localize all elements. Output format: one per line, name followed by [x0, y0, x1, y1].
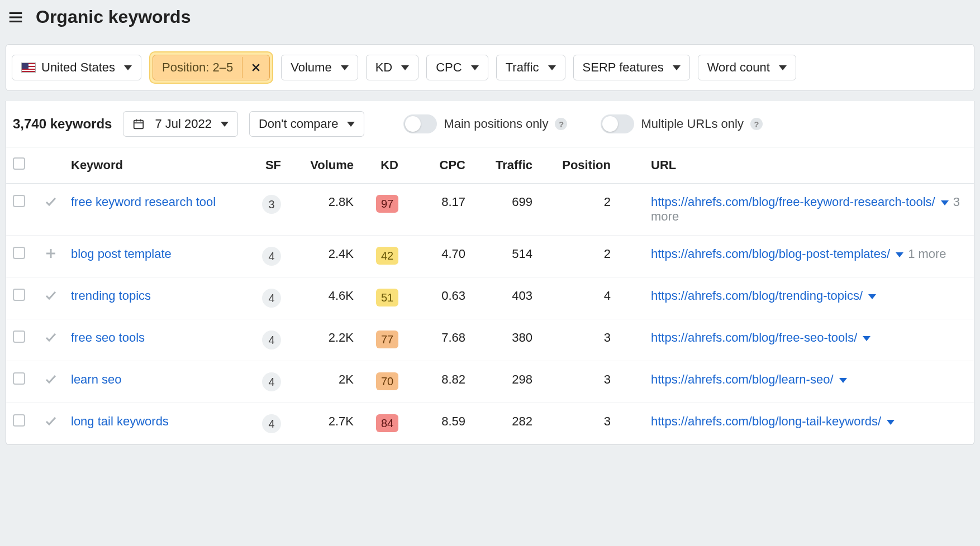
cpc-filter[interactable]: CPC: [426, 55, 488, 80]
keyword-link[interactable]: long tail keywords: [71, 414, 169, 428]
check-icon: [44, 289, 58, 302]
help-icon[interactable]: ?: [555, 118, 567, 130]
url-link[interactable]: https://ahrefs.com/blog/free-seo-tools/: [651, 331, 857, 344]
main-positions-label: Main positions only: [444, 117, 548, 131]
sf-badge[interactable]: 4: [262, 372, 281, 391]
url-link[interactable]: https://ahrefs.com/blog/long-tail-keywor…: [651, 414, 881, 428]
row-checkbox[interactable]: [13, 372, 25, 385]
chevron-down-icon[interactable]: [839, 378, 847, 383]
date-label: 7 Jul 2022: [155, 117, 212, 131]
col-url[interactable]: URL: [617, 147, 974, 184]
date-picker[interactable]: 7 Jul 2022: [123, 111, 238, 137]
table-row: blog post template42.4K424.705142https:/…: [6, 236, 974, 277]
chevron-down-icon: [401, 65, 409, 70]
row-checkbox[interactable]: [13, 331, 25, 343]
table-row: learn seo42K708.822983https://ahrefs.com…: [6, 361, 974, 403]
url-link[interactable]: https://ahrefs.com/blog/free-keyword-res…: [651, 195, 935, 209]
volume-label: Volume: [291, 60, 331, 75]
serp-features-label: SERP features: [583, 60, 664, 75]
col-position[interactable]: Position: [539, 147, 617, 184]
volume-cell: 2.4K: [288, 236, 360, 277]
more-count: 1 more: [908, 247, 946, 261]
cpc-cell: 8.82: [405, 361, 472, 403]
compare-dropdown[interactable]: Don't compare: [249, 111, 364, 137]
position-filter[interactable]: Position: 2–5: [153, 55, 270, 80]
keyword-link[interactable]: learn seo: [71, 372, 122, 386]
col-kd[interactable]: KD: [360, 147, 405, 184]
position-cell: 3: [539, 361, 617, 403]
chevron-down-icon[interactable]: [896, 252, 903, 257]
chevron-down-icon[interactable]: [868, 294, 876, 299]
word-count-filter[interactable]: Word count: [698, 55, 796, 80]
chevron-down-icon[interactable]: [887, 420, 895, 425]
main-positions-toggle[interactable]: Main positions only ?: [403, 114, 567, 133]
col-sf[interactable]: SF: [243, 147, 288, 184]
kd-badge: 42: [376, 247, 398, 265]
keyword-link[interactable]: blog post template: [71, 247, 172, 261]
select-all-checkbox[interactable]: [13, 157, 25, 170]
chevron-down-icon: [548, 65, 556, 70]
kd-badge: 70: [376, 372, 398, 390]
plus-icon: [44, 247, 58, 260]
keyword-link[interactable]: free seo tools: [71, 331, 145, 344]
serp-features-filter[interactable]: SERP features: [573, 55, 690, 80]
position-cell: 2: [539, 236, 617, 277]
keywords-table: Keyword SF Volume KD CPC Traffic Positio…: [6, 147, 974, 444]
kd-badge: 97: [376, 195, 398, 213]
url-link[interactable]: https://ahrefs.com/blog/trending-topics/: [651, 289, 863, 303]
url-link[interactable]: https://ahrefs.com/blog/blog-post-templa…: [651, 247, 890, 261]
check-icon: [44, 372, 58, 386]
sf-badge[interactable]: 4: [262, 247, 281, 266]
table-row: trending topics44.6K510.634034https://ah…: [6, 277, 974, 319]
volume-cell: 2K: [288, 361, 360, 403]
check-icon: [44, 195, 58, 208]
col-traffic[interactable]: Traffic: [472, 147, 539, 184]
chevron-down-icon[interactable]: [941, 200, 949, 205]
sf-badge[interactable]: 3: [262, 195, 281, 214]
row-checkbox[interactable]: [13, 414, 25, 427]
col-keyword[interactable]: Keyword: [64, 147, 243, 184]
position-filter-clear[interactable]: [242, 57, 269, 78]
traffic-label: Traffic: [506, 60, 539, 75]
chevron-down-icon: [471, 65, 479, 70]
menu-icon[interactable]: [6, 7, 26, 27]
cpc-label: CPC: [436, 60, 462, 75]
sf-badge[interactable]: 4: [262, 414, 281, 433]
col-cpc[interactable]: CPC: [405, 147, 472, 184]
sf-badge[interactable]: 4: [262, 289, 281, 308]
calendar-icon: [132, 118, 145, 130]
col-volume[interactable]: Volume: [288, 147, 360, 184]
kd-badge: 51: [376, 289, 398, 306]
cpc-cell: 8.17: [405, 184, 472, 236]
keyword-count: 3,740 keywords: [13, 116, 112, 132]
kd-label: KD: [375, 60, 393, 75]
multiple-urls-toggle[interactable]: Multiple URLs only ?: [601, 114, 762, 133]
position-cell: 3: [539, 403, 617, 445]
row-checkbox[interactable]: [13, 247, 25, 259]
check-icon: [44, 331, 58, 344]
volume-filter[interactable]: Volume: [281, 55, 358, 80]
kd-filter[interactable]: KD: [366, 55, 419, 80]
keyword-link[interactable]: free keyword research tool: [71, 195, 216, 209]
traffic-filter[interactable]: Traffic: [496, 55, 565, 80]
switch-icon: [403, 114, 437, 133]
help-icon[interactable]: ?: [750, 118, 763, 130]
country-filter[interactable]: United States: [12, 55, 141, 80]
table-row: long tail keywords42.7K848.592823https:/…: [6, 403, 974, 445]
url-link[interactable]: https://ahrefs.com/blog/learn-seo/: [651, 372, 834, 386]
chevron-down-icon: [347, 122, 355, 127]
chevron-down-icon: [221, 122, 229, 127]
chevron-down-icon[interactable]: [863, 336, 870, 341]
kd-badge: 84: [376, 414, 398, 432]
volume-cell: 2.2K: [288, 319, 360, 361]
row-checkbox[interactable]: [13, 195, 25, 207]
volume-cell: 4.6K: [288, 277, 360, 319]
keyword-link[interactable]: trending topics: [71, 289, 151, 303]
us-flag-icon: [21, 63, 36, 73]
row-checkbox[interactable]: [13, 289, 25, 301]
traffic-cell: 380: [472, 319, 539, 361]
cpc-cell: 7.68: [405, 319, 472, 361]
position-filter-highlight: Position: 2–5: [149, 51, 273, 84]
traffic-cell: 282: [472, 403, 539, 445]
sf-badge[interactable]: 4: [262, 331, 281, 349]
